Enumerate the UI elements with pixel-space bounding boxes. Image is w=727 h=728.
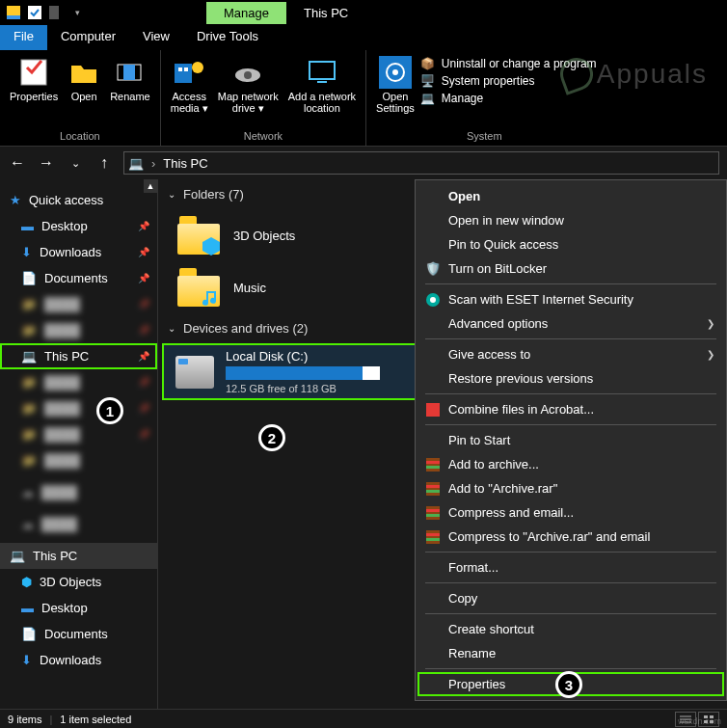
breadcrumb-location[interactable]: This PC bbox=[163, 156, 207, 171]
ctx-rename[interactable]: Rename bbox=[417, 641, 724, 665]
svg-rect-13 bbox=[310, 62, 335, 79]
back-button[interactable]: ← bbox=[8, 153, 27, 173]
ctx-create-shortcut[interactable]: Create shortcut bbox=[417, 617, 724, 641]
open-settings-button[interactable]: Open Settings bbox=[372, 54, 418, 116]
star-icon: ★ bbox=[10, 193, 21, 207]
sidebar-documents[interactable]: 📄Documents📌 bbox=[0, 265, 157, 291]
ctx-compress-rar-email[interactable]: Compress to "Archive.rar" and email bbox=[417, 525, 724, 549]
tab-computer[interactable]: Computer bbox=[47, 25, 129, 50]
svg-point-20 bbox=[430, 297, 436, 303]
ctx-copy[interactable]: Copy bbox=[417, 586, 724, 610]
documents-icon: 📄 bbox=[21, 271, 37, 285]
sidebar-desktop[interactable]: ▬Desktop📌 bbox=[0, 213, 157, 239]
uninstall-program-button[interactable]: 📦Uninstall or change a program bbox=[420, 56, 597, 71]
sidebar-this-pc[interactable]: 💻This PC📌 bbox=[0, 343, 157, 369]
sidebar-item-hidden[interactable]: 📁████📌 bbox=[0, 421, 157, 447]
monitor-small-icon: 🖥️ bbox=[420, 73, 436, 89]
ribbon-tabs: File Computer View Drive Tools bbox=[0, 25, 727, 50]
ribbon-group-system: Open Settings 📦Uninstall or change a pro… bbox=[366, 50, 603, 146]
chevron-down-icon: ⌄ bbox=[168, 323, 175, 334]
svg-rect-33 bbox=[426, 538, 440, 541]
svg-rect-23 bbox=[426, 461, 440, 464]
add-location-button[interactable]: Add a network location bbox=[284, 54, 360, 116]
open-button[interactable]: Open bbox=[64, 54, 104, 104]
eset-icon bbox=[425, 292, 441, 308]
ctx-add-archive[interactable]: Add to archive... bbox=[417, 452, 724, 476]
svg-rect-6 bbox=[123, 65, 135, 80]
ctx-eset-scan[interactable]: Scan with ESET Internet Security bbox=[417, 287, 724, 311]
tab-view[interactable]: View bbox=[129, 25, 183, 50]
forward-button[interactable]: → bbox=[37, 153, 56, 173]
rename-button[interactable]: Rename bbox=[106, 54, 154, 104]
sidebar-item-hidden[interactable]: 📁████ bbox=[0, 447, 157, 473]
ctx-give-access[interactable]: Give access to❯ bbox=[417, 342, 724, 366]
ctx-advanced-options[interactable]: Advanced options❯ bbox=[417, 311, 724, 336]
navigation-pane: ▲ ★Quick access ▬Desktop📌 ⬇Downloads📌 📄D… bbox=[0, 179, 158, 709]
ctx-open-new-window[interactable]: Open in new window bbox=[417, 208, 724, 232]
downloads-icon: ⬇ bbox=[21, 245, 32, 259]
sidebar-item-hidden[interactable]: ☁████ bbox=[0, 511, 157, 537]
tab-drive-tools[interactable]: Drive Tools bbox=[183, 25, 272, 50]
manage-button[interactable]: 💻Manage bbox=[420, 91, 597, 106]
breadcrumb-sep-icon: › bbox=[151, 156, 155, 171]
map-drive-button[interactable]: Map network drive ▾ bbox=[214, 54, 283, 116]
sidebar-item-hidden[interactable]: 📁████📌 bbox=[0, 395, 157, 421]
ctx-pin-start[interactable]: Pin to Start bbox=[417, 428, 724, 452]
ctx-pin-quick-access[interactable]: Pin to Quick access bbox=[417, 232, 724, 256]
properties-button[interactable]: Properties bbox=[6, 54, 62, 104]
media-icon bbox=[173, 56, 205, 89]
qat-overflow-icon[interactable]: ▾ bbox=[69, 5, 85, 20]
svg-rect-31 bbox=[426, 530, 440, 544]
chevron-down-icon: ⌄ bbox=[168, 189, 175, 200]
svg-rect-14 bbox=[317, 81, 327, 83]
drive-usage-bar bbox=[226, 366, 380, 380]
system-properties-button[interactable]: 🖥️System properties bbox=[420, 73, 597, 89]
up-button[interactable]: ↑ bbox=[94, 153, 114, 173]
ctx-add-rar[interactable]: Add to "Archive.rar" bbox=[417, 476, 724, 500]
sidebar-item-hidden[interactable]: 📁████📌 bbox=[0, 317, 157, 343]
source-watermark: wsxdn.com bbox=[678, 716, 721, 726]
folder-icon bbox=[177, 216, 220, 255]
sidebar-downloads-2[interactable]: ⬇Downloads bbox=[0, 647, 157, 673]
documents-icon: 📄 bbox=[21, 627, 37, 641]
sidebar-this-pc-root[interactable]: 💻This PC bbox=[0, 543, 157, 569]
ctx-restore-versions[interactable]: Restore previous versions bbox=[417, 366, 724, 391]
sidebar-documents-2[interactable]: 📄Documents bbox=[0, 621, 157, 647]
recent-locations-button[interactable]: ⌄ bbox=[66, 153, 85, 173]
ctx-compress-email[interactable]: Compress and email... bbox=[417, 500, 724, 525]
svg-rect-25 bbox=[426, 482, 440, 496]
svg-rect-30 bbox=[426, 514, 440, 517]
main-area: ▲ ★Quick access ▬Desktop📌 ⬇Downloads📌 📄D… bbox=[0, 179, 727, 709]
dropdown-icon[interactable] bbox=[48, 5, 64, 20]
address-box[interactable]: 💻 › This PC bbox=[123, 151, 719, 175]
status-selection: 1 item selected bbox=[60, 714, 131, 725]
rename-icon bbox=[114, 56, 147, 89]
folder-icon bbox=[177, 268, 220, 307]
sidebar-item-hidden[interactable]: 📁████📌 bbox=[0, 369, 157, 395]
access-media-button[interactable]: Access media ▾ bbox=[167, 54, 212, 116]
sidebar-item-hidden[interactable]: 📁████📌 bbox=[0, 291, 157, 317]
checkbox-icon[interactable] bbox=[27, 5, 42, 20]
group-label-system: System bbox=[372, 130, 597, 144]
scroll-up-button[interactable]: ▲ bbox=[144, 179, 157, 193]
separator bbox=[425, 283, 716, 284]
ctx-acrobat-combine[interactable]: Combine files in Acrobat... bbox=[417, 397, 724, 421]
sidebar-downloads[interactable]: ⬇Downloads📌 bbox=[0, 239, 157, 265]
ribbon: Properties Open Rename Location Access m… bbox=[0, 50, 727, 147]
group-label-location: Location bbox=[6, 130, 154, 144]
sidebar-desktop-2[interactable]: ▬Desktop bbox=[0, 595, 157, 621]
sidebar-item-hidden[interactable]: ☁████ bbox=[0, 479, 157, 505]
tab-file[interactable]: File bbox=[0, 25, 47, 50]
ctx-open[interactable]: Open bbox=[417, 184, 724, 208]
svg-rect-2 bbox=[28, 6, 41, 19]
ctx-bitlocker[interactable]: 🛡️Turn on BitLocker bbox=[417, 256, 724, 281]
desktop-icon: ▬ bbox=[21, 601, 34, 615]
ctx-format[interactable]: Format... bbox=[417, 555, 724, 580]
sidebar-quick-access[interactable]: ★Quick access bbox=[0, 187, 157, 213]
sidebar-3d-objects[interactable]: ⬢3D Objects bbox=[0, 569, 157, 595]
svg-rect-28 bbox=[426, 506, 440, 520]
svg-rect-27 bbox=[426, 490, 440, 493]
contextual-tab-manage[interactable]: Manage bbox=[206, 2, 286, 24]
properties-icon bbox=[17, 56, 50, 89]
svg-rect-24 bbox=[426, 466, 440, 469]
